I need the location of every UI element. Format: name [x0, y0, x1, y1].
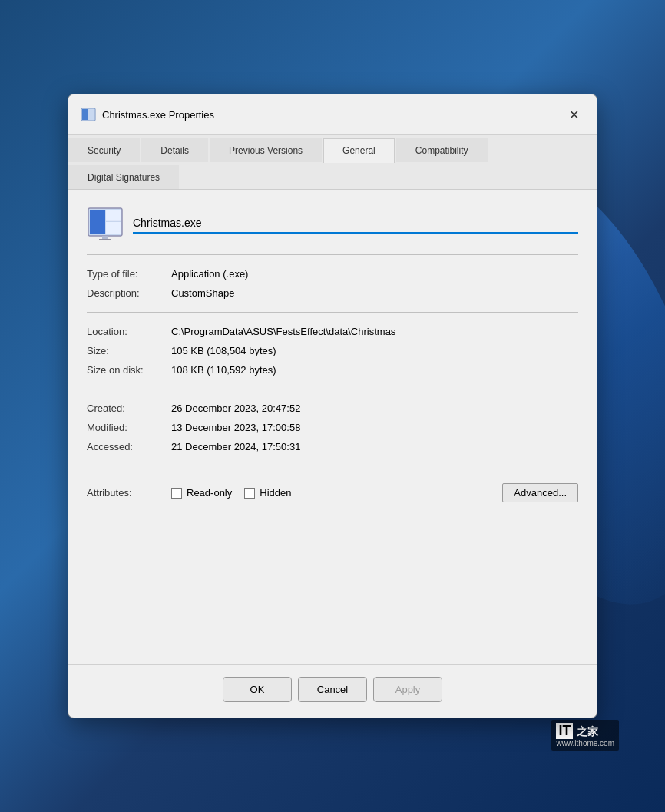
tab-compatibility[interactable]: Compatibility — [396, 138, 488, 162]
svg-rect-5 — [90, 210, 105, 234]
description-row: Description: CustomShape — [87, 283, 578, 303]
created-label: Created: — [87, 403, 171, 414]
separator-4 — [87, 466, 578, 466]
cancel-button[interactable]: Cancel — [298, 677, 367, 702]
description-label: Description: — [87, 287, 171, 299]
attributes-label: Attributes: — [87, 487, 171, 499]
content-area: Type of file: Application (.exe) Descrip… — [68, 190, 597, 664]
watermark: IT 之家 www.ithome.com — [551, 720, 619, 751]
ok-button[interactable]: OK — [223, 677, 292, 702]
svg-rect-10 — [99, 239, 111, 240]
tab-digital-signatures[interactable]: Digital Signatures — [68, 165, 179, 189]
readonly-checkbox[interactable] — [171, 488, 182, 499]
svg-rect-9 — [102, 236, 108, 239]
file-name-input[interactable] — [133, 214, 578, 234]
watermark-url: www.ithome.com — [556, 739, 614, 747]
svg-rect-6 — [106, 210, 121, 221]
watermark-zh: 之家 — [577, 725, 598, 737]
title-bar: Christmas.exe Properties ✕ — [68, 94, 597, 135]
file-header — [87, 205, 578, 242]
tab-general[interactable]: General — [323, 138, 395, 163]
separator-3 — [87, 389, 578, 389]
separator-1 — [87, 254, 578, 255]
watermark-it: IT — [556, 723, 573, 739]
hidden-label: Hidden — [260, 487, 291, 499]
hidden-checkbox-item[interactable]: Hidden — [244, 487, 291, 499]
size-on-disk-row: Size on disk: 108 KB (110,592 bytes) — [87, 360, 578, 379]
accessed-value: 21 December 2024, 17:50:31 — [171, 441, 578, 452]
watermark-box: IT 之家 www.ithome.com — [551, 720, 619, 751]
accessed-label: Accessed: — [87, 441, 171, 452]
size-label: Size: — [87, 345, 171, 356]
location-section: Location: C:\ProgramData\ASUS\FestsEffec… — [87, 322, 578, 379]
title-bar-left: Christmas.exe Properties — [81, 107, 214, 122]
separator-2 — [87, 312, 578, 313]
accessed-row: Accessed: 21 December 2024, 17:50:31 — [87, 437, 578, 456]
location-value: C:\ProgramData\ASUS\FestsEffect\data\Chr… — [171, 326, 578, 337]
advanced-button[interactable]: Advanced... — [502, 483, 578, 502]
size-on-disk-value: 108 KB (110,592 bytes) — [171, 364, 578, 376]
type-label: Type of file: — [87, 268, 171, 280]
attributes-controls: Read-only Hidden Advanced... — [171, 483, 578, 502]
modified-value: 13 December 2023, 17:00:58 — [171, 422, 578, 433]
readonly-label: Read-only — [187, 487, 232, 499]
app-icon — [81, 107, 96, 122]
svg-rect-3 — [88, 114, 94, 120]
size-on-disk-label: Size on disk: — [87, 364, 171, 376]
created-row: Created: 26 December 2023, 20:47:52 — [87, 399, 578, 418]
size-value: 105 KB (108,504 bytes) — [171, 345, 578, 356]
type-section: Type of file: Application (.exe) Descrip… — [87, 264, 578, 303]
tab-security[interactable]: Security — [68, 138, 140, 162]
type-row: Type of file: Application (.exe) — [87, 264, 578, 283]
description-value: CustomShape — [171, 287, 578, 299]
tab-previous-versions[interactable]: Previous Versions — [210, 138, 322, 162]
properties-dialog: Christmas.exe Properties ✕ Security Deta… — [68, 94, 597, 718]
tab-details[interactable]: Details — [141, 138, 208, 162]
location-label: Location: — [87, 326, 171, 337]
svg-rect-7 — [106, 222, 121, 234]
dialog-title: Christmas.exe Properties — [102, 109, 214, 121]
created-value: 26 December 2023, 20:47:52 — [171, 403, 578, 414]
svg-rect-2 — [88, 109, 94, 114]
tab-bar: Security Details Previous Versions Gener… — [68, 135, 597, 190]
dates-section: Created: 26 December 2023, 20:47:52 Modi… — [87, 399, 578, 456]
svg-rect-1 — [82, 109, 88, 120]
attributes-row: Attributes: Read-only Hidden Advanced... — [87, 476, 578, 510]
size-row: Size: 105 KB (108,504 bytes) — [87, 341, 578, 360]
close-button[interactable]: ✕ — [563, 104, 584, 125]
type-value: Application (.exe) — [171, 268, 578, 280]
modified-label: Modified: — [87, 422, 171, 433]
button-row: OK Cancel Apply — [68, 664, 597, 718]
apply-button[interactable]: Apply — [373, 677, 442, 702]
empty-area — [87, 510, 578, 648]
modified-row: Modified: 13 December 2023, 17:00:58 — [87, 418, 578, 437]
location-row: Location: C:\ProgramData\ASUS\FestsEffec… — [87, 322, 578, 341]
hidden-checkbox[interactable] — [244, 488, 255, 499]
readonly-checkbox-item[interactable]: Read-only — [171, 487, 232, 499]
file-icon — [87, 205, 124, 242]
